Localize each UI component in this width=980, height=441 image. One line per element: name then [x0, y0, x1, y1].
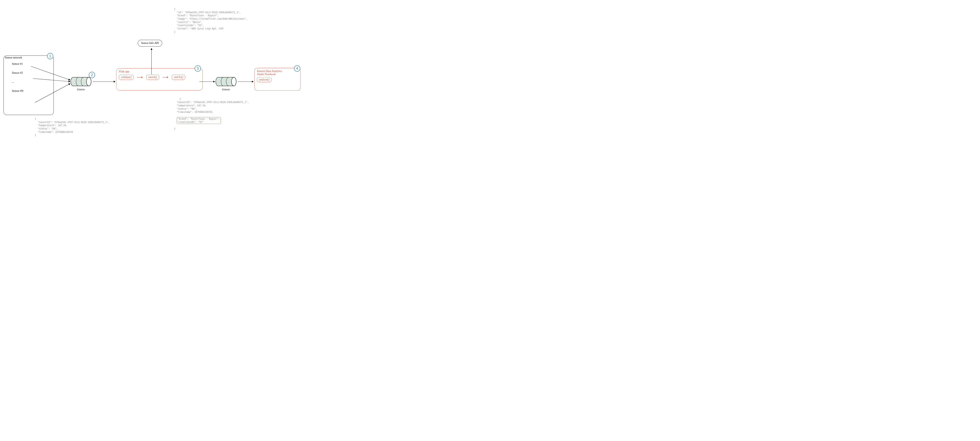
enriched-json-highlight: "brand": "Runolfsson - Raynor", "country… — [177, 117, 221, 124]
sinkto-step: sinkTo() — [172, 75, 185, 80]
sensor-item: Sensor #N — [12, 89, 51, 93]
kinesis-2-label: Kinesis — [216, 88, 236, 91]
architecture-diagram: Sensor network Sensor #1 Sensor #2 ... S… — [2, 2, 304, 143]
sensor-network-title: Sensor network — [5, 56, 22, 59]
step-4-badge: 4 — [294, 66, 300, 72]
svg-point-8 — [231, 77, 236, 86]
sensor-info-json: { "id": "bfbae19c-2f0f-41c2-952b-5d5bc6e… — [174, 8, 247, 34]
svg-point-2 — [86, 77, 91, 86]
sensor-item: Sensor #2 — [12, 72, 51, 75]
enrich-step: enrich() — [146, 75, 159, 80]
sensor-reading-json: { "sensorId": "bfbae19c-2f0f-41c2-952b-5… — [35, 117, 110, 137]
step-1-badge: 1 — [47, 53, 53, 59]
enriched-json-top: { "sensorId": "bfbae19c-2f0f-41c2-952b-5… — [174, 98, 249, 113]
sensor-info-api-box: Sensor Info API — [138, 40, 162, 46]
kinesis-stream-icon — [70, 76, 92, 88]
sensor-item: Sensor #1 — [12, 62, 51, 66]
arrow-right-icon — [137, 76, 143, 79]
step-2-badge: 2 — [89, 72, 95, 78]
notebook-title: Kinesis Data Analytics Studio Notebook — [257, 70, 298, 76]
sensor-item: ... — [12, 80, 51, 83]
kinesis-stream-icon — [215, 76, 237, 88]
sensor-network-box: Sensor network Sensor #1 Sensor #2 ... S… — [3, 56, 54, 115]
analyze-step: analyze() — [257, 77, 272, 82]
enriched-json-bottom: } — [174, 128, 175, 130]
step-3-badge: 3 — [195, 66, 201, 72]
enriched-json: { "sensorId": "bfbae19c-2f0f-41c2-952b-5… — [174, 94, 249, 134]
svg-marker-4 — [142, 76, 143, 78]
svg-marker-6 — [167, 76, 168, 78]
flink-app-box: Flink app validate() enrich() sinkTo() — [116, 68, 203, 90]
kinesis-1-label: Kinesis — [71, 88, 91, 91]
arrow-right-icon — [163, 76, 168, 79]
validate-step: validate() — [119, 75, 134, 80]
flink-app-title: Flink app — [119, 70, 200, 73]
sensor-info-api-label: Sensor Info API — [141, 42, 159, 45]
notebook-box: Kinesis Data Analytics Studio Notebook a… — [255, 68, 301, 91]
